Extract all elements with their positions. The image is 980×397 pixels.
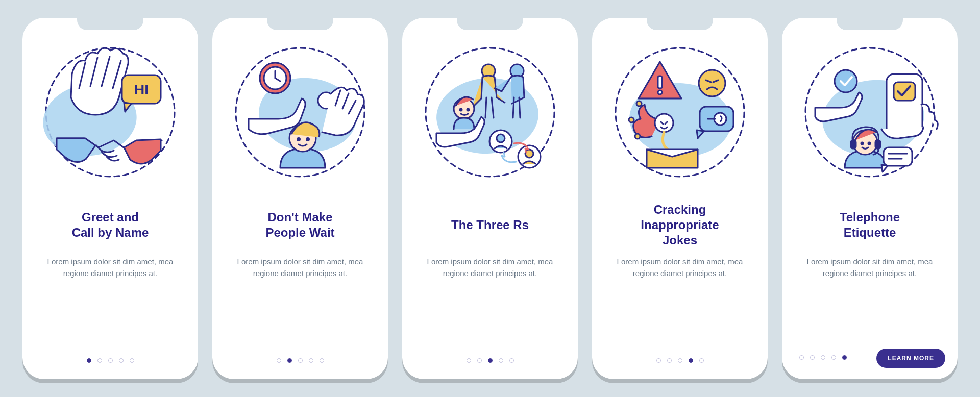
page-dot-3[interactable] (309, 358, 313, 363)
onboarding-card-4: Telephone EtiquetteLorem ipsum dolor sit… (782, 18, 958, 379)
svg-point-10 (307, 138, 309, 141)
page-dot-2[interactable] (678, 358, 682, 363)
svg-point-26 (699, 70, 725, 96)
three-rs-illustration (421, 43, 559, 181)
card-description: Lorem ipsum dolor sit dim amet, mea regi… (413, 256, 567, 293)
svg-point-28 (714, 113, 726, 125)
onboarding-card-2: The Three RsLorem ipsum dolor sit dim am… (402, 18, 578, 379)
page-dot-0[interactable] (799, 355, 804, 360)
svg-point-29 (636, 101, 642, 106)
card-title: Cracking Inappropriate Jokes (638, 202, 722, 249)
onboarding-card-1: Don't Make People WaitLorem ipsum dolor … (212, 18, 388, 379)
learn-more-button[interactable]: LEARN MORE (876, 349, 945, 368)
svg-rect-24 (658, 76, 662, 88)
page-dot-4[interactable] (842, 355, 847, 360)
jokes-illustration (611, 43, 749, 181)
svg-point-17 (467, 109, 469, 111)
wait-illustration (231, 43, 369, 181)
card-description: Lorem ipsum dolor sit dim amet, mea regi… (793, 256, 946, 293)
svg-rect-43 (884, 147, 912, 166)
page-dot-1[interactable] (287, 358, 292, 363)
greet-illustration: HI (41, 43, 179, 181)
page-dot-2[interactable] (821, 355, 825, 360)
card-description: Lorem ipsum dolor sit dim amet, mea regi… (603, 256, 756, 293)
svg-point-16 (460, 109, 462, 111)
card-description: Lorem ipsum dolor sit dim amet, mea regi… (224, 256, 377, 293)
page-dot-0[interactable] (656, 358, 661, 363)
onboarding-card-0: HI Greet and Call by NameLorem ipsum dol… (22, 18, 198, 379)
page-dot-2[interactable] (108, 358, 113, 363)
page-dot-3[interactable] (831, 355, 836, 360)
page-dot-2[interactable] (488, 358, 493, 363)
svg-point-41 (861, 142, 863, 144)
card-title: The Three Rs (448, 202, 532, 249)
page-indicator (467, 358, 514, 363)
phone-illustration (801, 43, 939, 181)
card-title: Telephone Etiquette (837, 202, 903, 249)
svg-point-31 (635, 134, 640, 139)
svg-point-42 (868, 142, 870, 144)
hi-text: HI (134, 82, 149, 97)
svg-point-32 (655, 114, 673, 132)
phone-notch (267, 18, 333, 30)
page-dot-4[interactable] (699, 358, 704, 363)
phone-notch (77, 18, 143, 30)
svg-point-35 (835, 70, 857, 92)
phone-notch (457, 18, 523, 30)
svg-point-30 (629, 117, 634, 122)
card-title: Don't Make People Wait (262, 202, 337, 249)
svg-rect-39 (851, 140, 856, 148)
page-indicator (799, 355, 847, 360)
page-dot-1[interactable] (97, 358, 102, 363)
svg-point-19 (497, 134, 505, 142)
page-indicator (656, 358, 704, 363)
page-dot-3[interactable] (689, 358, 693, 363)
page-dot-0[interactable] (277, 358, 281, 363)
page-dot-1[interactable] (667, 358, 672, 363)
page-dot-4[interactable] (320, 358, 324, 363)
phone-notch (837, 18, 903, 30)
page-indicator (277, 358, 324, 363)
page-dot-1[interactable] (810, 355, 815, 360)
card-description: Lorem ipsum dolor sit dim amet, mea regi… (34, 256, 187, 293)
page-dot-3[interactable] (499, 358, 503, 363)
page-dot-1[interactable] (477, 358, 482, 363)
page-dot-4[interactable] (509, 358, 514, 363)
page-dot-3[interactable] (119, 358, 124, 363)
page-indicator (87, 358, 134, 363)
onboarding-card-3: Cracking Inappropriate JokesLorem ipsum … (592, 18, 768, 379)
page-dot-2[interactable] (298, 358, 303, 363)
page-dot-4[interactable] (130, 358, 134, 363)
phone-notch (647, 18, 713, 30)
card-title: Greet and Call by Name (69, 202, 152, 249)
svg-point-9 (298, 138, 300, 141)
page-dot-0[interactable] (87, 358, 91, 363)
page-dot-0[interactable] (467, 358, 471, 363)
svg-point-25 (658, 90, 662, 94)
